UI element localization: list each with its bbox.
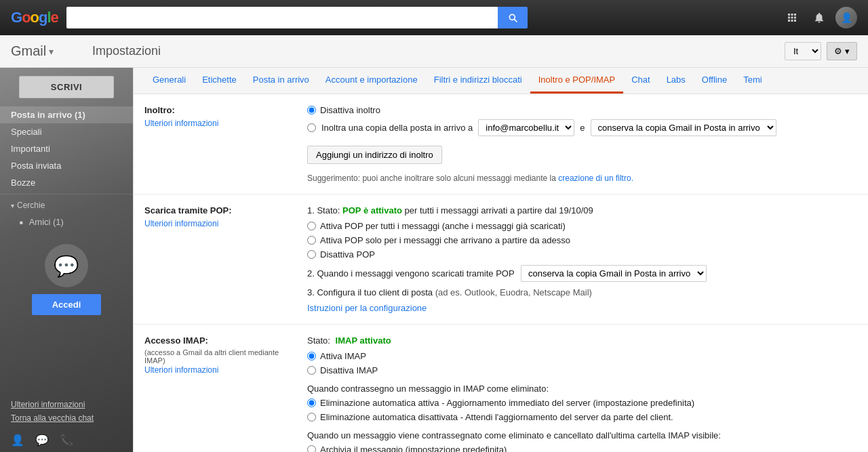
apps-icon-button[interactable] — [781, 7, 803, 28]
pop-step3-detail: (ad es. Outlook, Euodra, Netscape Mail) — [435, 287, 592, 297]
pop-from-now-radio[interactable] — [307, 236, 316, 245]
imap-section-right: Stato: IMAP attivato Attiva IMAP Disatti… — [307, 335, 857, 452]
gear-dropdown-arrow: ▾ — [845, 46, 850, 56]
sidebar-item-sent[interactable]: Posta inviata — [0, 157, 133, 174]
pop-step3-label: 3. Configura il tuo client di posta — [307, 287, 433, 297]
pop-step3-row: 3. Configura il tuo client di posta (ad … — [307, 287, 857, 297]
pop-from-now-label[interactable]: Attiva POP solo per i messaggi che arriv… — [320, 235, 570, 245]
google-logo[interactable]: Google — [11, 9, 58, 26]
inoltro-enable-label[interactable]: Inoltra una copia della posta in arrivo … — [321, 123, 473, 133]
sidebar-item-important[interactable]: Importanti — [0, 140, 133, 157]
add-forward-button[interactable]: Aggiungi un indirizzo di inoltro — [307, 146, 442, 164]
sidebar-footer: Ulteriori informazioni Torna alla vecchi… — [0, 394, 133, 428]
pop-opt3-row: Disattiva POP — [307, 249, 857, 260]
settings-title: Impostazioni — [79, 44, 785, 58]
sidebar-item-friends[interactable]: ● Amici (1) — [0, 213, 133, 230]
chat-icon[interactable]: 💬 — [35, 434, 49, 447]
search-bar-wrap — [66, 7, 528, 28]
settings-body: Inoltro: Ulteriori informazioni Disattiv… — [134, 94, 868, 452]
sent-label: Posta inviata — [11, 161, 61, 171]
imap-mark-deleted-title: Quando contrassegno un messaggio in IMAP… — [307, 384, 857, 394]
tab-etichette[interactable]: Etichette — [194, 68, 245, 94]
imap-info-link[interactable]: Ulteriori informazioni — [144, 365, 218, 375]
imap-disable-radio[interactable] — [307, 366, 316, 375]
settings-gear-button[interactable]: ⚙ ▾ — [827, 42, 857, 60]
imap-del-auto-radio[interactable] — [307, 398, 316, 407]
search-input[interactable] — [66, 7, 498, 28]
suggestion-link[interactable]: creazione di un filtro. — [558, 173, 633, 183]
forward-email-select[interactable]: info@marcobellu.it — [478, 119, 574, 136]
pop-config-link[interactable]: Istruzioni per la configurazione — [307, 303, 427, 313]
imap-del-manual-radio[interactable] — [307, 413, 316, 422]
inoltro-enable-radio[interactable] — [307, 123, 316, 132]
main-layout: SCRIVI Posta in arrivo (1) Speciali Impo… — [0, 68, 868, 452]
lang-select[interactable]: It En — [785, 42, 821, 60]
tab-filtri[interactable]: Filtri e indirizzi bloccati — [426, 68, 530, 94]
phone-icon[interactable]: 📞 — [60, 434, 73, 447]
tab-offline[interactable]: Offline — [694, 68, 735, 94]
pop-all-radio[interactable] — [307, 222, 316, 230]
pop-info-link[interactable]: Ulteriori informazioni — [144, 219, 218, 228]
imap-exp1-radio[interactable] — [307, 445, 316, 452]
inbox-label: Posta in arrivo (1) — [11, 110, 85, 120]
imap-enable-radio[interactable] — [307, 352, 316, 361]
sidebar-item-drafts[interactable]: Bozze — [0, 174, 133, 191]
inoltro-section: Inoltro: Ulteriori informazioni Disattiv… — [134, 94, 868, 194]
gmail-label[interactable]: Gmail ▾ — [11, 43, 79, 59]
suggestion-text: Suggerimento: puoi anche inoltrare solo … — [307, 173, 857, 183]
inoltro-disable-label[interactable]: Disattiva inoltro — [320, 105, 380, 115]
tab-account[interactable]: Account e importazione — [317, 68, 426, 94]
imap-mark-deleted-section: Quando contrassegno un messaggio in IMAP… — [307, 384, 857, 422]
bell-icon — [813, 12, 825, 24]
imap-status-text: IMAP attivato — [336, 335, 391, 346]
sidebar-ulteriori-link[interactable]: Ulteriori informazioni — [11, 400, 122, 409]
forward-action-select[interactable]: conserva la copia Gmail in Posta in arri… — [591, 119, 776, 136]
pop-disable-label[interactable]: Disattiva POP — [320, 249, 375, 260]
sidebar-item-circles[interactable]: ▾ Cerchie — [0, 197, 133, 213]
notifications-icon-button[interactable] — [808, 7, 830, 28]
suggestion-label: Suggerimento: puoi anche inoltrare solo … — [307, 173, 556, 183]
pop-all-label[interactable]: Attiva POP per tutti i messaggi (anche i… — [320, 221, 566, 231]
gmail-header: Gmail ▾ Impostazioni It En ⚙ ▾ — [0, 35, 868, 68]
pop-step2-select[interactable]: conserva la copia Gmail in Posta in arri… — [521, 265, 707, 282]
important-label: Importanti — [11, 144, 50, 154]
search-button[interactable] — [498, 7, 528, 28]
imap-disable-row: Disattiva IMAP — [307, 365, 857, 375]
sidebar-item-inbox[interactable]: Posta in arrivo (1) — [0, 106, 133, 123]
imap-desc: (accesso a Gmail da altri client mediant… — [144, 348, 294, 365]
avatar[interactable]: 👤 — [835, 7, 857, 28]
main-content: Generali Etichette Posta in arrivo Accou… — [133, 68, 868, 452]
compose-button[interactable]: SCRIVI — [19, 76, 114, 98]
accedi-button[interactable]: Accedi — [32, 294, 102, 315]
starred-label: Speciali — [11, 127, 42, 137]
settings-tabs: Generali Etichette Posta in arrivo Accou… — [134, 68, 868, 94]
tab-labs[interactable]: Labs — [658, 68, 694, 94]
imap-del-manual-label[interactable]: Eliminazione automatica disattivata - At… — [320, 412, 673, 422]
people-icon[interactable]: 👤 — [11, 434, 24, 447]
imap-expunge-section: Quando un messaggio viene contrassegnato… — [307, 430, 857, 452]
tab-generali[interactable]: Generali — [144, 68, 194, 94]
imap-exp1-label[interactable]: Archivia il messaggio (impostazione pred… — [320, 445, 507, 452]
chat-bubble-icon: 💬 — [54, 254, 79, 278]
drafts-label: Bozze — [11, 178, 35, 188]
gmail-dropdown-arrow[interactable]: ▾ — [49, 46, 54, 57]
imap-enable-label[interactable]: Attiva IMAP — [320, 351, 366, 361]
tab-chat[interactable]: Chat — [623, 68, 658, 94]
inoltro-section-left: Inoltro: Ulteriori informazioni — [144, 105, 294, 183]
inoltro-title: Inoltro: — [144, 105, 294, 115]
sidebar-chat-back-link[interactable]: Torna alla vecchia chat — [11, 413, 122, 423]
tab-posta-arrivo[interactable]: Posta in arrivo — [245, 68, 317, 94]
imap-del-auto-label[interactable]: Eliminazione automatica attiva - Aggiorn… — [320, 398, 694, 408]
pop-title: Scarica tramite POP: — [144, 205, 294, 215]
tab-temi[interactable]: Temi — [735, 68, 770, 94]
inoltro-disable-radio[interactable] — [307, 106, 316, 115]
pop-disable-radio[interactable] — [307, 250, 316, 259]
tab-inoltro[interactable]: Inoltro e POP/IMAP — [530, 68, 623, 94]
imap-disable-label[interactable]: Disattiva IMAP — [320, 365, 378, 375]
sidebar-item-starred[interactable]: Speciali — [0, 123, 133, 140]
inoltro-info-link[interactable]: Ulteriori informazioni — [144, 119, 218, 128]
pop-step2-row: 2. Quando i messaggi vengono scaricati t… — [307, 265, 857, 282]
sidebar: SCRIVI Posta in arrivo (1) Speciali Impo… — [0, 68, 133, 452]
pop-section-left: Scarica tramite POP: Ulteriori informazi… — [144, 205, 294, 313]
sidebar-content: SCRIVI Posta in arrivo (1) Speciali Impo… — [0, 68, 133, 452]
